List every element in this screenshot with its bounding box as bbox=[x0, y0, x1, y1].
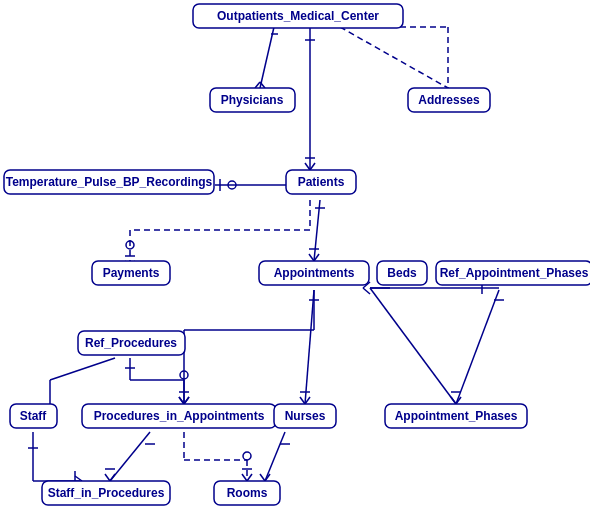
rel-patients-appointments bbox=[314, 200, 320, 261]
entity-outpatients-label: Outpatients_Medical_Center bbox=[217, 9, 379, 23]
entity-staffproc-label: Staff_in_Procedures bbox=[48, 486, 165, 500]
rel-refappt-apptphases bbox=[456, 290, 499, 404]
entity-outpatients: Outpatients_Medical_Center bbox=[193, 4, 403, 28]
svg-line-21 bbox=[309, 254, 314, 261]
rel-outpatients-physicians bbox=[260, 27, 274, 88]
er-diagram: Outpatients_Medical_Center Physicians Ad… bbox=[0, 0, 590, 526]
entity-appointments: Appointments bbox=[259, 261, 369, 285]
entity-addresses: Addresses bbox=[408, 88, 490, 112]
entity-refproc: Ref_Procedures bbox=[78, 331, 185, 355]
svg-line-1 bbox=[255, 82, 260, 88]
svg-line-55 bbox=[110, 474, 115, 481]
entity-staff: Staff bbox=[10, 404, 57, 428]
entity-procappt: Procedures_in_Appointments bbox=[82, 404, 276, 428]
entity-nurses-label: Nurses bbox=[285, 409, 326, 423]
entity-refapptphases: Ref_Appointment_Phases bbox=[436, 261, 590, 285]
entity-procappt-label: Procedures_in_Appointments bbox=[94, 409, 265, 423]
entity-temp-label: Temperature_Pulse_BP_Recordings bbox=[6, 175, 213, 189]
entity-appointments-label: Appointments bbox=[274, 266, 355, 280]
rel-nurses-rooms bbox=[265, 432, 285, 481]
rel-procappt-staffproc bbox=[110, 432, 150, 481]
svg-point-62 bbox=[243, 452, 251, 460]
entity-nurses: Nurses bbox=[274, 404, 336, 428]
entity-patients: Patients bbox=[286, 170, 356, 194]
entity-refapptphases-label: Ref_Appointment_Phases bbox=[440, 266, 589, 280]
rel-appt-apptphases bbox=[370, 288, 456, 404]
entity-payments-label: Payments bbox=[103, 266, 160, 280]
rel-outpatients-addresses bbox=[340, 27, 448, 88]
entity-payments: Payments bbox=[92, 261, 170, 285]
entity-apptphases: Appointment_Phases bbox=[385, 404, 527, 428]
entity-addresses-label: Addresses bbox=[418, 93, 480, 107]
entity-beds: Beds bbox=[377, 261, 427, 285]
entity-physicians-label: Physicians bbox=[221, 93, 284, 107]
entity-rooms: Rooms bbox=[214, 481, 280, 505]
entity-beds-label: Beds bbox=[387, 266, 417, 280]
svg-line-34 bbox=[300, 397, 305, 404]
svg-line-64 bbox=[260, 474, 265, 481]
svg-line-26 bbox=[363, 288, 370, 294]
entity-temp: Temperature_Pulse_BP_Recordings bbox=[4, 170, 214, 194]
svg-line-46 bbox=[50, 358, 115, 380]
rel-appt-nurses bbox=[305, 290, 314, 404]
entity-staff-label: Staff bbox=[20, 409, 48, 423]
entity-rooms-label: Rooms bbox=[227, 486, 268, 500]
entity-physicians: Physicians bbox=[210, 88, 295, 112]
entity-refproc-label: Ref_Procedures bbox=[85, 336, 177, 350]
svg-line-54 bbox=[105, 474, 110, 481]
entity-apptphases-label: Appointment_Phases bbox=[395, 409, 518, 423]
entity-patients-label: Patients bbox=[298, 175, 345, 189]
entity-staffproc: Staff_in_Procedures bbox=[42, 481, 170, 505]
